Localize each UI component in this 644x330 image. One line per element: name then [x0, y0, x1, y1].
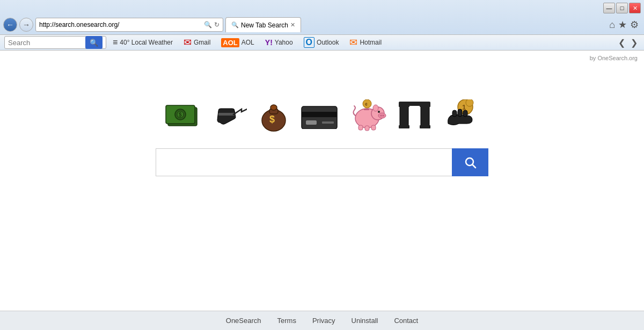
- bookmark-aol[interactable]: AOL AOL: [217, 37, 258, 48]
- hotmail-icon: ✉: [349, 37, 357, 48]
- bookmarks-next-button[interactable]: ❯: [628, 38, 640, 48]
- svg-point-36: [466, 99, 473, 106]
- footer-link-uninstall[interactable]: Uninstall: [352, 317, 378, 325]
- bookmark-gmail[interactable]: ✉ Gmail: [179, 35, 215, 49]
- finance-icons-row: $: [164, 99, 480, 132]
- svg-rect-10: [302, 106, 337, 129]
- svg-rect-38: [458, 109, 462, 117]
- hand-coin-icon[interactable]: 1: [443, 99, 480, 132]
- svg-text:¢: ¢: [365, 102, 368, 107]
- attribution: by OneSearch.org: [590, 55, 638, 61]
- browser-right-icons: ⌂ ★ ⚙: [609, 19, 641, 31]
- svg-rect-11: [302, 112, 337, 117]
- back-button[interactable]: ←: [3, 18, 17, 32]
- maximize-button[interactable]: □: [616, 3, 628, 13]
- bookmark-label: 40° Local Weather: [120, 39, 173, 46]
- svg-rect-33: [399, 102, 430, 106]
- refresh-icon[interactable]: ↻: [214, 21, 219, 28]
- bookmarks-bar: 🔍 ≡ 40° Local Weather ✉ Gmail AOL AOL Y!…: [0, 34, 644, 51]
- svg-rect-22: [358, 125, 363, 130]
- bookmark-hotmail[interactable]: ✉ Hotmail: [345, 35, 386, 49]
- title-bar: — □ ✕: [0, 0, 644, 15]
- tab-close-button[interactable]: ✕: [290, 21, 295, 28]
- bookmarks-search-input[interactable]: [8, 39, 83, 47]
- main-content: by OneSearch.org $: [0, 51, 644, 311]
- main-search-box: [156, 148, 488, 176]
- svg-rect-12: [306, 120, 317, 125]
- center-area: $: [156, 99, 488, 176]
- credit-card-icon[interactable]: [301, 102, 338, 129]
- bookmarks-search-box[interactable]: 🔍: [4, 36, 106, 49]
- svg-rect-23: [365, 126, 369, 131]
- forward-button[interactable]: →: [19, 18, 33, 32]
- svg-rect-13: [322, 121, 334, 124]
- footer-link-privacy[interactable]: Privacy: [312, 317, 335, 325]
- svg-point-16: [378, 113, 386, 118]
- svg-rect-37: [452, 110, 457, 117]
- window-controls: — □ ✕: [603, 3, 641, 13]
- svg-point-17: [380, 115, 382, 117]
- card-swipe-icon[interactable]: [212, 101, 247, 131]
- svg-point-8: [270, 105, 277, 110]
- tab-bar: 🔍 New Tab Search ✕: [225, 17, 607, 32]
- main-search-input[interactable]: [156, 148, 452, 176]
- svg-rect-29: [399, 125, 409, 128]
- footer-link-terms[interactable]: Terms: [277, 317, 296, 325]
- bookmarks-search-button[interactable]: 🔍: [85, 36, 103, 49]
- svg-point-18: [383, 115, 384, 117]
- bookmark-yahoo[interactable]: Y! Yahoo: [261, 37, 297, 48]
- weather-icon: ≡: [113, 38, 118, 47]
- minimize-button[interactable]: —: [603, 3, 615, 13]
- nav-bar: ← → 🔍 ↻ 🔍 New Tab Search ✕ ⌂ ★ ⚙: [0, 15, 644, 34]
- svg-text:$: $: [269, 114, 275, 125]
- home-icon[interactable]: ⌂: [609, 19, 615, 31]
- yahoo-icon: Y!: [265, 38, 273, 47]
- svg-line-41: [473, 165, 476, 168]
- svg-point-20: [373, 105, 378, 111]
- svg-rect-27: [400, 105, 408, 126]
- close-button[interactable]: ✕: [629, 3, 641, 13]
- bookmark-label: Hotmail: [360, 39, 382, 46]
- bookmark-label: Outlook: [317, 39, 339, 46]
- svg-rect-5: [218, 113, 235, 116]
- aol-icon: AOL: [221, 38, 239, 47]
- address-bar[interactable]: 🔍 ↻: [35, 18, 223, 32]
- bookmark-local-weather[interactable]: ≡ 40° Local Weather: [108, 37, 177, 48]
- bookmark-outlook[interactable]: O Outlook: [299, 36, 343, 49]
- settings-icon[interactable]: ⚙: [630, 19, 639, 31]
- svg-rect-39: [463, 110, 467, 117]
- piggy-bank-icon[interactable]: ¢: [349, 99, 386, 132]
- browser-chrome: — □ ✕ ← → 🔍 ↻ 🔍 New Tab Search ✕ ⌂ ★ ⚙: [0, 0, 644, 51]
- svg-point-19: [378, 111, 380, 113]
- footer-link-onesearch[interactable]: OneSearch: [226, 317, 261, 325]
- footer: OneSearch Terms Privacy Uninstall Contac…: [0, 311, 644, 330]
- tab-icon: 🔍: [231, 21, 239, 28]
- bookmarks-navigation: ❮ ❯: [616, 38, 640, 48]
- svg-rect-21: [364, 109, 369, 110]
- money-bag-icon[interactable]: $: [258, 99, 290, 132]
- bookmarks-prev-button[interactable]: ❮: [616, 38, 627, 48]
- cash-icon[interactable]: $: [164, 101, 201, 131]
- url-input[interactable]: [39, 21, 204, 28]
- svg-rect-30: [421, 105, 429, 126]
- gmail-icon: ✉: [184, 37, 192, 48]
- main-search-button[interactable]: [452, 148, 488, 176]
- bookmark-label: AOL: [241, 39, 254, 46]
- tab-new-tab-search[interactable]: 🔍 New Tab Search ✕: [225, 17, 301, 32]
- svg-text:$: $: [179, 112, 182, 118]
- footer-link-contact[interactable]: Contact: [394, 317, 418, 325]
- columns-icon[interactable]: [397, 99, 432, 132]
- svg-rect-32: [420, 125, 430, 128]
- favorites-icon[interactable]: ★: [618, 19, 627, 31]
- tab-label: New Tab Search: [241, 21, 288, 29]
- svg-rect-24: [371, 125, 376, 130]
- outlook-icon: O: [304, 37, 314, 48]
- bookmark-label: Gmail: [194, 39, 210, 46]
- bookmark-label: Yahoo: [275, 39, 293, 46]
- search-icon[interactable]: 🔍: [204, 21, 212, 28]
